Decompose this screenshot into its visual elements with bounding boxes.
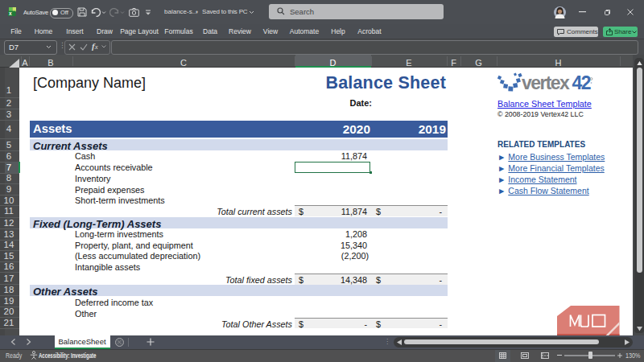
svg-text:x: x — [9, 10, 12, 16]
svg-text:vertex: vertex — [522, 72, 570, 93]
svg-text:42: 42 — [572, 72, 591, 93]
